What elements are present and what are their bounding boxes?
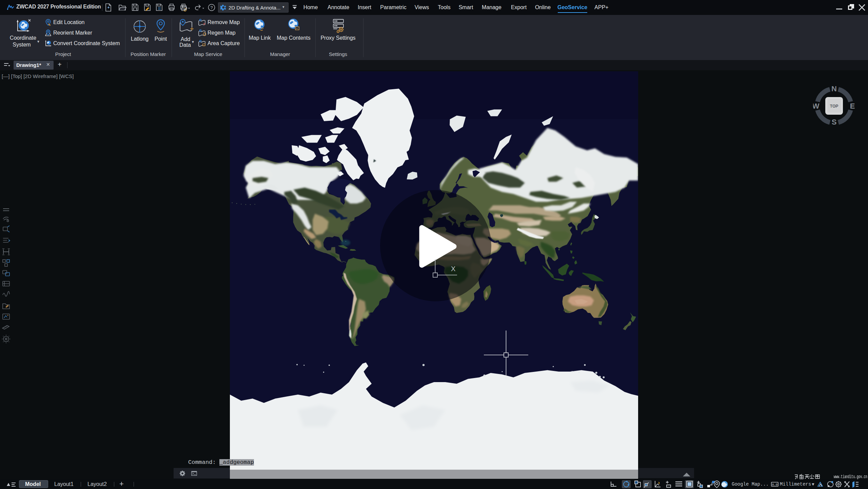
svg-text:0.0: 0.0 bbox=[772, 483, 777, 487]
svg-text:N: N bbox=[831, 85, 837, 93]
svg-text:E: E bbox=[850, 102, 855, 110]
svg-text:S: S bbox=[832, 118, 837, 126]
svg-text:X: X bbox=[451, 265, 455, 272]
svg-text:?: ? bbox=[210, 5, 213, 10]
svg-text:W: W bbox=[813, 102, 820, 110]
svg-text:TOP: TOP bbox=[830, 104, 838, 109]
